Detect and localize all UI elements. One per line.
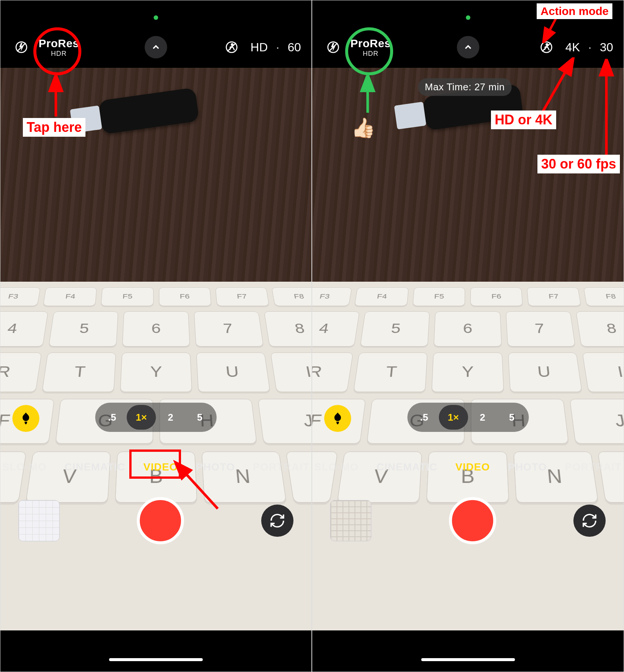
svg-point-10 (546, 44, 548, 46)
macro-mode-button[interactable] (12, 405, 39, 432)
mode-cinematic[interactable]: CINEMATIC (64, 461, 125, 473)
zoom-1x[interactable]: 1× (439, 405, 468, 430)
phone-screenshot-right: ProRes HDR 4K · 30 Max Time: 27 min F3F4… (312, 0, 624, 672)
thumbs-up-icon: 👍🏻 (351, 116, 376, 139)
annotation-30-60-fps: 30 or 60 fps (537, 155, 620, 173)
zoom-selector[interactable]: .5 1× 2 5 (95, 403, 217, 432)
mode-photo[interactable]: PHOTO (196, 461, 235, 473)
camera-mode-selector[interactable]: SLO-MO CINEMATIC VIDEO PHOTO PORTRAIT (0, 461, 311, 473)
max-time-badge: Max Time: 27 min (418, 78, 512, 96)
annotation-action-mode: Action mode (537, 3, 612, 19)
home-indicator[interactable] (109, 658, 203, 661)
zoom-0-5[interactable]: .5 (410, 405, 439, 430)
prores-label: ProRes (39, 37, 79, 50)
camera-viewfinder: Max Time: 27 min F3F4F5F6F7F8 45678 RTYU… (312, 68, 624, 630)
camera-top-bar: ProRes HDR 4K · 30 (312, 30, 624, 64)
annotation-tap-here: Tap here (23, 118, 85, 137)
zoom-5[interactable]: 5 (185, 405, 214, 430)
action-mode-icon[interactable] (221, 37, 242, 58)
annotation-hd-4k: HD or 4K (491, 111, 556, 129)
macro-mode-button[interactable] (324, 405, 351, 432)
mode-slomo[interactable]: SLO-MO (314, 461, 359, 473)
mode-portrait[interactable]: PORTRAIT (565, 461, 621, 473)
camera-active-dot (154, 15, 158, 20)
zoom-5[interactable]: 5 (497, 405, 527, 430)
resolution-toggle[interactable]: HD (250, 40, 268, 54)
flip-camera-button[interactable] (573, 505, 606, 537)
mode-photo[interactable]: PHOTO (508, 461, 547, 473)
record-button[interactable] (449, 497, 496, 544)
expand-controls-button[interactable] (457, 36, 479, 58)
zoom-2[interactable]: 2 (468, 405, 497, 430)
record-button[interactable] (137, 497, 184, 544)
camera-active-dot (466, 15, 470, 20)
fps-toggle[interactable]: 30 (600, 40, 613, 54)
mode-video[interactable]: VIDEO (455, 461, 490, 473)
mode-portrait[interactable]: PORTRAIT (253, 461, 310, 473)
mode-video[interactable]: VIDEO (144, 461, 178, 473)
prores-toggle[interactable]: ProRes HDR (350, 37, 391, 58)
zoom-1x[interactable]: 1× (127, 405, 156, 430)
action-mode-icon[interactable] (536, 37, 557, 58)
zoom-0-5[interactable]: .5 (97, 405, 127, 430)
separator-dot: · (588, 40, 592, 54)
svg-point-3 (231, 44, 233, 46)
last-photo-thumbnail[interactable] (330, 500, 371, 541)
home-indicator[interactable] (421, 658, 515, 661)
separator-dot: · (276, 40, 280, 54)
mode-cinematic[interactable]: CINEMATIC (377, 461, 437, 473)
hdr-label: HDR (39, 50, 79, 58)
hdr-label: HDR (350, 50, 391, 58)
flip-camera-button[interactable] (261, 505, 293, 537)
camera-mode-selector[interactable]: SLO-MO CINEMATIC VIDEO PHOTO PORTRAIT (312, 461, 624, 473)
camera-top-bar: ProRes HDR HD · 60 (0, 30, 311, 64)
last-photo-thumbnail[interactable] (18, 500, 60, 541)
flash-icon[interactable] (11, 37, 32, 58)
fps-toggle[interactable]: 60 (287, 40, 301, 54)
mode-slomo[interactable]: SLO-MO (2, 461, 46, 473)
zoom-selector[interactable]: .5 1× 2 5 (407, 403, 529, 432)
phone-screenshot-left: ProRes HDR HD · 60 F3F4F5F6F7F8 45678 RT… (0, 0, 312, 672)
expand-controls-button[interactable] (145, 36, 167, 58)
prores-label: ProRes (350, 37, 391, 50)
prores-toggle[interactable]: ProRes HDR (39, 37, 79, 58)
camera-viewfinder: F3F4F5F6F7F8 45678 RTYUI FGHJ CVBNM (0, 68, 311, 630)
flash-icon[interactable] (323, 37, 344, 58)
zoom-2[interactable]: 2 (156, 405, 185, 430)
resolution-toggle[interactable]: 4K (565, 40, 580, 54)
